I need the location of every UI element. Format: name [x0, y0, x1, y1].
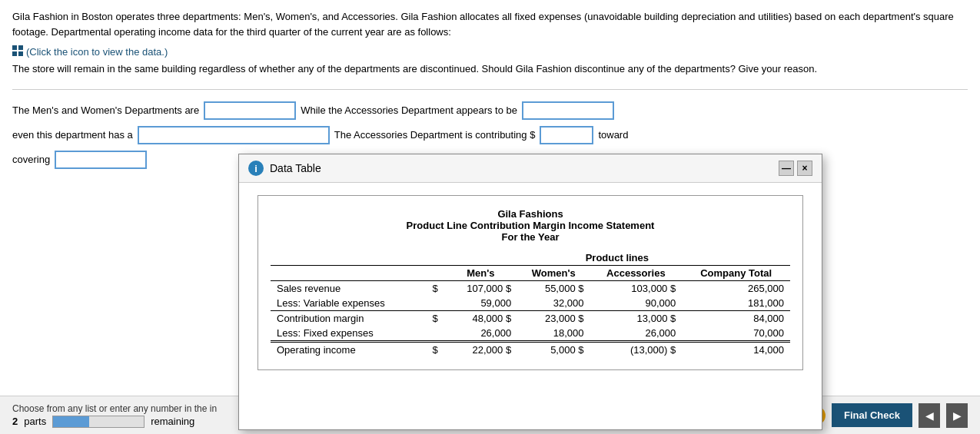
- row-acc-contrib: 13,000 $: [590, 311, 683, 326]
- table-row: Sales revenue $ 107,000 $ 55,000 $ 103,0…: [271, 281, 790, 297]
- row-total-contrib: 84,000: [682, 311, 790, 326]
- row-dollar-contrib: $: [426, 311, 443, 326]
- modal-controls: — ×: [779, 161, 812, 176]
- modal-body: Gila Fashions Product Line Contribution …: [239, 183, 822, 383]
- final-check-button[interactable]: Final Check: [832, 403, 912, 427]
- row-dollar-fixed: [426, 326, 443, 342]
- row-label-variable: Less: Variable expenses: [271, 296, 426, 311]
- row2-middle: The Accessories Department is contributi…: [334, 125, 536, 145]
- row-dollar-sales: $: [426, 281, 443, 297]
- svg-rect-0: [12, 45, 17, 50]
- col-header-empty2: [271, 266, 426, 281]
- grid-icon: [12, 45, 23, 58]
- row-total-operating: 14,000: [682, 342, 790, 358]
- col-header-mens: Men's: [444, 266, 517, 281]
- table-row: Less: Fixed expenses 26,000 18,000 26,00…: [271, 326, 790, 342]
- row1-prefix: The Men's and Women's Departments are: [12, 101, 199, 121]
- answer-row-1: The Men's and Women's Departments are Wh…: [12, 101, 968, 121]
- question-paragraph2: The store will remain in the same buildi…: [12, 61, 968, 77]
- link-text[interactable]: (Click the icon to view the data.): [26, 46, 168, 58]
- svg-rect-1: [18, 45, 23, 50]
- table-header-section: Gila Fashions Product Line Contribution …: [271, 208, 790, 243]
- bottom-right: ? Final Check ◀ ▶: [807, 403, 968, 428]
- row-label-sales: Sales revenue: [271, 281, 426, 297]
- data-table-container: Gila Fashions Product Line Contribution …: [257, 195, 803, 370]
- financial-table: Product lines Men's Women's Accessories …: [271, 250, 790, 357]
- row-total-sales: 265,000: [682, 281, 790, 297]
- data-table-modal: i Data Table — × Gila Fashions Product L…: [238, 154, 822, 430]
- table-period: For the Year: [271, 231, 790, 243]
- row-womens-fixed: 18,000: [517, 326, 590, 342]
- answer-input-2[interactable]: [522, 101, 614, 120]
- progress-bar-fill: [53, 416, 89, 427]
- row-mens-contrib: 48,000 $: [444, 311, 517, 326]
- choose-text: Choose from any list or enter any number…: [12, 403, 217, 414]
- row-mens-sales: 107,000 $: [444, 281, 517, 297]
- parts-count: 2: [12, 416, 18, 427]
- row-label-fixed: Less: Fixed expenses: [271, 326, 426, 342]
- row2-suffix: toward: [598, 125, 628, 145]
- table-row: Operating income $ 22,000 $ 5,000 $ (13,…: [271, 342, 790, 358]
- answer-input-5[interactable]: [55, 151, 147, 169]
- row-womens-variable: 32,000: [517, 296, 590, 311]
- product-lines-header: Product lines: [444, 250, 790, 266]
- table-row: Less: Variable expenses 59,000 32,000 90…: [271, 296, 790, 311]
- row-total-fixed: 70,000: [682, 326, 790, 342]
- row-label-operating: Operating income: [271, 342, 426, 358]
- col-header-womens: Women's: [517, 266, 590, 281]
- col-header-total: Company Total: [682, 266, 790, 281]
- answer-input-3[interactable]: [138, 126, 330, 144]
- modal-minimize-button[interactable]: —: [779, 161, 794, 176]
- col-header-label: [271, 250, 426, 266]
- svg-rect-2: [12, 51, 17, 56]
- modal-close-button[interactable]: ×: [797, 161, 812, 176]
- parts-unit: parts: [24, 416, 46, 427]
- parts-section: 2 parts remaining: [12, 416, 217, 428]
- row-womens-contrib: 23,000 $: [517, 311, 590, 326]
- svg-rect-3: [18, 51, 23, 56]
- row2-prefix: even this department has a: [12, 125, 133, 145]
- row3-prefix: covering: [12, 150, 50, 170]
- section-divider: [12, 89, 968, 90]
- modal-title: Data Table: [270, 162, 321, 174]
- col-header-accessories: Accessories: [590, 266, 683, 281]
- question-paragraph1: Gila Fashion in Boston operates three de…: [12, 9, 968, 39]
- row-acc-sales: 103,000 $: [590, 281, 683, 297]
- row-dollar-operating: $: [426, 342, 443, 358]
- row-acc-variable: 90,000: [590, 296, 683, 311]
- row-acc-fixed: 26,000: [590, 326, 683, 342]
- answer-input-4[interactable]: [540, 126, 593, 144]
- row-womens-sales: 55,000 $: [517, 281, 590, 297]
- remaining-label: remaining: [151, 416, 194, 427]
- col-header-empty: [426, 250, 443, 266]
- modal-header: i Data Table — ×: [239, 154, 822, 183]
- row-total-variable: 181,000: [682, 296, 790, 311]
- info-icon: i: [248, 161, 264, 176]
- row-mens-operating: 22,000 $: [444, 342, 517, 358]
- table-row: Contribution margin $ 48,000 $ 23,000 $ …: [271, 311, 790, 326]
- row1-middle: While the Accessories Department appears…: [301, 101, 517, 121]
- row-womens-operating: 5,000 $: [517, 342, 590, 358]
- row-acc-operating: (13,000) $: [590, 342, 683, 358]
- view-data-link[interactable]: (Click the icon to view the data.): [12, 45, 168, 58]
- answer-row-2: even this department has a The Accessori…: [12, 125, 968, 145]
- nav-prev-button[interactable]: ◀: [919, 403, 940, 428]
- row-mens-fixed: 26,000: [444, 326, 517, 342]
- nav-next-button[interactable]: ▶: [946, 403, 968, 428]
- row-dollar-variable: [426, 296, 443, 311]
- row-label-contrib: Contribution margin: [271, 311, 426, 326]
- bottom-left: Choose from any list or enter any number…: [12, 403, 217, 428]
- main-content: Gila Fashion in Boston operates three de…: [0, 0, 980, 434]
- col-header-empty3: [426, 266, 443, 281]
- table-subtitle: Product Line Contribution Margin Income …: [271, 220, 790, 231]
- modal-title-area: i Data Table: [248, 161, 321, 176]
- row-mens-variable: 59,000: [444, 296, 517, 311]
- table-company-name: Gila Fashions: [271, 208, 790, 220]
- answer-input-1[interactable]: [204, 101, 296, 120]
- progress-bar: [52, 416, 145, 428]
